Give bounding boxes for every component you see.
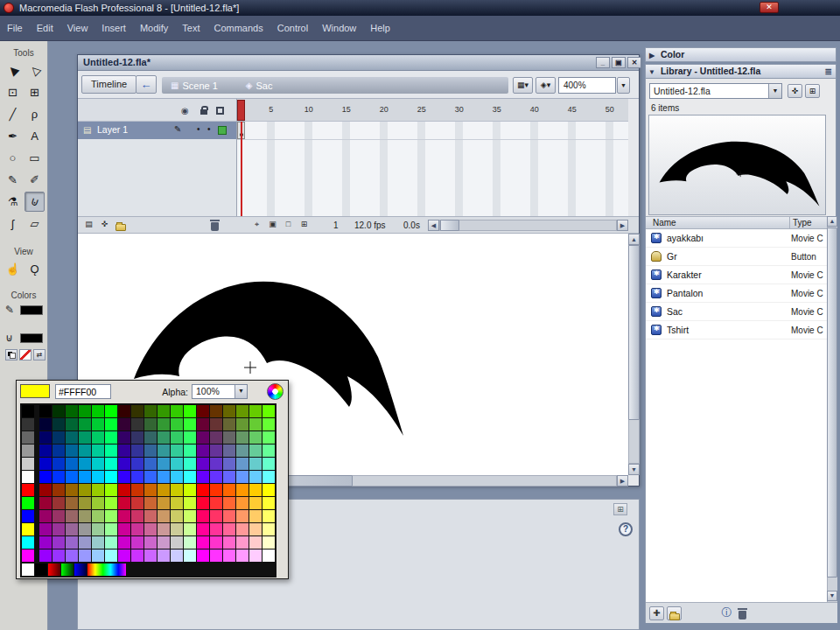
palette-swatch[interactable] <box>22 431 34 444</box>
scroll-down-button[interactable]: ▼ <box>827 591 837 601</box>
palette-swatch[interactable] <box>184 497 196 509</box>
palette-swatch[interactable] <box>171 510 183 522</box>
palette-swatch[interactable] <box>197 431 209 444</box>
palette-swatch[interactable] <box>249 550 262 562</box>
palette-swatch[interactable] <box>92 484 104 496</box>
palette-swatch[interactable] <box>262 471 275 483</box>
palette-swatch[interactable] <box>144 458 157 470</box>
palette-swatch[interactable] <box>52 405 65 417</box>
palette-swatch[interactable] <box>262 431 275 444</box>
alpha-select[interactable]: 100% ▼ <box>192 384 248 399</box>
stroke-color-swatch[interactable] <box>20 305 43 315</box>
scroll-thumb[interactable] <box>628 245 640 420</box>
palette-swatch[interactable] <box>105 497 117 509</box>
palette-swatch[interactable] <box>262 550 275 562</box>
palette-swatch[interactable] <box>236 484 248 496</box>
palette-swatch[interactable] <box>262 536 275 549</box>
scroll-up-button[interactable]: ▲ <box>827 216 837 227</box>
palette-swatch[interactable] <box>223 418 235 430</box>
palette-swatch[interactable] <box>39 418 52 430</box>
edit-symbol-button[interactable]: ◈▾ <box>536 77 556 94</box>
palette-swatch[interactable] <box>131 431 144 444</box>
palette-swatch[interactable] <box>22 550 34 562</box>
palette-swatch[interactable] <box>52 523 65 536</box>
palette-swatch[interactable] <box>131 497 144 509</box>
palette-swatch[interactable] <box>118 405 130 417</box>
palette-swatch[interactable] <box>92 444 104 457</box>
palette-swatch[interactable] <box>184 418 196 430</box>
properties-button[interactable]: ⓘ <box>719 606 734 620</box>
timeline-ruler[interactable]: 5101520253035404550 <box>237 99 628 122</box>
palette-swatch[interactable] <box>171 471 183 483</box>
palette-swatch[interactable] <box>79 471 91 483</box>
palette-swatch[interactable] <box>171 536 183 549</box>
palette-swatch[interactable] <box>171 497 183 509</box>
edit-multiple-frames-button[interactable]: ⊞ <box>297 219 312 232</box>
palette-swatch[interactable] <box>92 405 104 417</box>
dropdown-arrow-icon[interactable]: ▼ <box>768 84 781 98</box>
app-titlebar[interactable]: Macromedia Flash Professional 8 - [Untit… <box>0 0 840 16</box>
palette-swatch[interactable] <box>66 484 78 496</box>
palette-swatch[interactable] <box>52 418 65 430</box>
palette-swatch[interactable] <box>210 484 222 496</box>
palette-swatch[interactable] <box>22 405 34 417</box>
palette-swatch[interactable] <box>249 405 262 417</box>
palette-swatch[interactable] <box>184 431 196 444</box>
palette-swatch[interactable] <box>210 405 222 417</box>
palette-swatch[interactable] <box>223 458 235 470</box>
preset-swatch-white[interactable] <box>22 564 34 576</box>
palette-swatch[interactable] <box>184 405 196 417</box>
palette-swatch[interactable] <box>52 497 65 509</box>
palette-swatch[interactable] <box>210 497 222 509</box>
palette-swatch[interactable] <box>158 405 170 417</box>
palette-swatch[interactable] <box>144 431 157 444</box>
palette-swatch[interactable] <box>105 444 117 457</box>
palette-swatch[interactable] <box>92 431 104 444</box>
palette-swatch[interactable] <box>249 523 262 536</box>
palette-swatch[interactable] <box>79 431 91 444</box>
palette-swatch[interactable] <box>22 484 34 496</box>
palette-swatch[interactable] <box>66 471 78 483</box>
timeline-scroll-right[interactable]: ▶ <box>617 220 628 231</box>
palette-swatch[interactable] <box>39 471 52 483</box>
palette-swatch[interactable] <box>39 431 52 444</box>
menu-insert[interactable]: Insert <box>94 16 133 41</box>
palette-swatch[interactable] <box>39 523 52 536</box>
palette-swatch[interactable] <box>210 536 222 549</box>
add-motion-guide-button[interactable]: ✜ <box>97 219 112 232</box>
palette-swatch[interactable] <box>249 431 262 444</box>
palette-swatch[interactable] <box>118 497 130 509</box>
menu-modify[interactable]: Modify <box>133 16 175 41</box>
delete-layer-button[interactable] <box>211 222 219 231</box>
palette-swatch[interactable] <box>197 444 209 457</box>
palette-swatch[interactable] <box>118 431 130 444</box>
ink-bottle-tool[interactable]: ⚗ <box>3 192 23 212</box>
palette-swatch[interactable] <box>262 510 275 522</box>
palette-swatch[interactable] <box>105 484 117 496</box>
layer-visibility-dot[interactable]: • <box>197 124 200 134</box>
palette-swatch[interactable] <box>92 510 104 522</box>
palette-swatch[interactable] <box>118 536 130 549</box>
menu-control[interactable]: Control <box>270 16 315 41</box>
subselection-tool[interactable]: ▷ <box>24 60 45 80</box>
timeline-scroll-track[interactable] <box>439 220 617 231</box>
palette-swatch[interactable] <box>158 510 170 522</box>
panel-menu-icon[interactable]: ≣ <box>825 65 832 78</box>
palette-swatch[interactable] <box>144 405 157 417</box>
palette-swatch[interactable] <box>171 444 183 457</box>
palette-swatch[interactable] <box>52 536 65 549</box>
palette-swatch[interactable] <box>144 536 157 549</box>
library-item-ayakkabı[interactable]: ayakkabıMovie C <box>646 229 827 248</box>
column-type[interactable]: Type <box>793 218 812 228</box>
palette-swatch[interactable] <box>249 497 262 509</box>
show-hide-column-icon[interactable]: ◉ <box>181 106 189 116</box>
swap-colors-button[interactable]: ⇄ <box>33 349 46 360</box>
palette-swatch[interactable] <box>158 418 170 430</box>
zoom-tool[interactable]: Ǫ <box>24 259 45 279</box>
paint-bucket-tool[interactable]: ⊍ <box>24 192 45 212</box>
palette-swatch[interactable] <box>158 550 170 562</box>
palette-swatch[interactable] <box>210 471 222 483</box>
palette-swatch[interactable] <box>197 523 209 536</box>
new-symbol-button[interactable]: ✚ <box>649 606 664 620</box>
menu-window[interactable]: Window <box>315 16 363 41</box>
